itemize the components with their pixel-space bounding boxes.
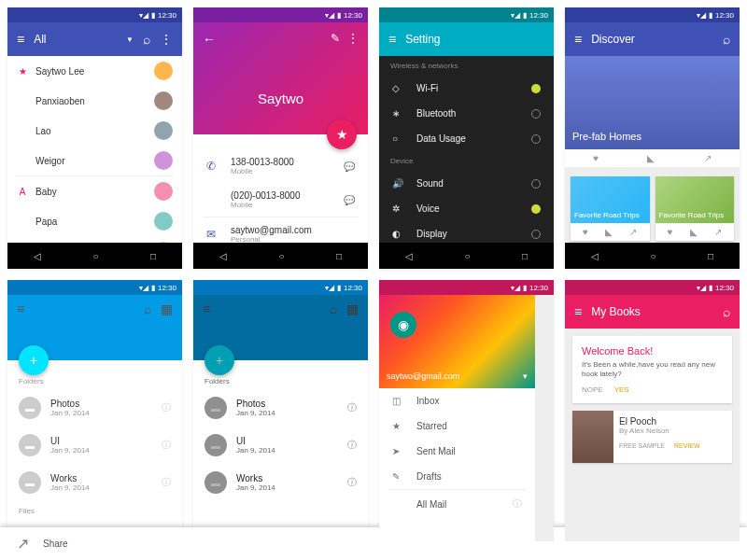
sent-row[interactable]: ➤Sent Mail: [379, 439, 535, 464]
wifi-row[interactable]: ◇Wi-Fi: [379, 76, 554, 101]
signal-icon: ▾◢: [325, 11, 334, 20]
info-icon[interactable]: ⓘ: [162, 439, 171, 452]
recent-icon[interactable]: □: [522, 251, 528, 261]
navbar: ◁○□: [7, 243, 182, 269]
starred-row[interactable]: ★Starred: [379, 413, 535, 439]
heart-icon[interactable]: ♥: [583, 227, 588, 237]
folder-row[interactable]: ▬UIJan 9, 2014ⓘ: [7, 427, 182, 464]
card[interactable]: Favorite Road Trips♥◣↗: [655, 176, 735, 241]
allmail-row[interactable]: All Mailⓘ: [379, 490, 535, 518]
recent-icon[interactable]: □: [708, 251, 713, 261]
toggle[interactable]: [531, 204, 541, 214]
card[interactable]: Favorite Road Trips♥◣↗: [571, 176, 650, 241]
message-icon[interactable]: 💬: [344, 161, 355, 172]
message-icon[interactable]: 💬: [344, 195, 355, 205]
drawer-header[interactable]: ◉ saytwo@gmail.com ▾: [379, 295, 535, 388]
back-icon[interactable]: ◁: [405, 251, 413, 261]
inbox-row[interactable]: ◫Inbox: [379, 388, 535, 413]
display-row[interactable]: ◐Display: [379, 221, 554, 243]
back-icon[interactable]: ◁: [34, 251, 41, 261]
clock: 12:30: [158, 11, 176, 20]
more-icon[interactable]: ⋮: [347, 32, 359, 45]
back-icon[interactable]: ◁: [591, 251, 599, 261]
bookmark-icon[interactable]: ◣: [647, 153, 655, 163]
avatar[interactable]: [154, 62, 173, 80]
voice-row[interactable]: ✲Voice: [379, 196, 554, 221]
hero-card[interactable]: Pre-fab Homes: [565, 56, 740, 149]
expand-icon[interactable]: ▾: [523, 371, 528, 381]
drafts-row[interactable]: ✎Drafts: [379, 464, 535, 489]
toggle[interactable]: [531, 84, 541, 93]
home-icon[interactable]: ○: [650, 251, 655, 261]
recent-icon[interactable]: □: [150, 251, 156, 261]
avatar[interactable]: [154, 121, 173, 140]
bookmark-icon[interactable]: ◣: [605, 227, 613, 237]
avatar[interactable]: [154, 182, 173, 201]
home-icon[interactable]: ○: [464, 251, 470, 261]
heart-icon[interactable]: ♥: [668, 227, 673, 237]
recent-icon[interactable]: □: [336, 251, 342, 261]
contact-row[interactable]: Weigor: [7, 146, 182, 175]
home-icon[interactable]: ○: [92, 251, 98, 261]
menu-icon[interactable]: ≡: [574, 32, 582, 47]
info-icon[interactable]: ⓘ: [513, 497, 522, 511]
email-row[interactable]: ✉saytwo@gmail.comPersonal: [193, 217, 368, 243]
contact-row[interactable]: Coco Zi: [7, 236, 182, 243]
bookmark-icon[interactable]: ◣: [690, 227, 698, 237]
home-icon[interactable]: ○: [278, 251, 284, 261]
contact-row[interactable]: Panxiaoben: [7, 86, 182, 116]
avatar[interactable]: [154, 212, 173, 231]
toggle[interactable]: [531, 134, 541, 144]
folder-row[interactable]: ▬PhotosJan 9, 2014ⓘ: [7, 389, 182, 427]
heart-icon[interactable]: ♥: [593, 153, 599, 163]
share-row[interactable]: ↗Share: [193, 527, 368, 541]
data-row[interactable]: ○Data Usage: [379, 126, 554, 151]
toggle[interactable]: [531, 109, 541, 119]
wireless-header: Wireless & networks: [379, 56, 554, 76]
share-icon[interactable]: ↗: [629, 227, 637, 237]
info-icon[interactable]: ⓘ: [162, 401, 171, 414]
yes-button[interactable]: YES: [614, 385, 629, 394]
nope-button[interactable]: NOPE: [582, 385, 603, 394]
folder-row[interactable]: ▬WorksJan 9, 2014ⓘ: [7, 464, 182, 501]
menu-icon[interactable]: ≡: [574, 304, 582, 319]
contact-row[interactable]: ★Saytwo Lee: [7, 56, 182, 86]
back-icon[interactable]: ◁: [219, 251, 227, 261]
back-icon[interactable]: ←: [203, 32, 216, 47]
more-icon[interactable]: ⋮: [160, 32, 173, 47]
toggle[interactable]: [531, 230, 541, 239]
search-icon[interactable]: ⌕: [144, 301, 151, 316]
signal-icon: ▾◢: [697, 11, 706, 20]
contact-row[interactable]: Lao: [7, 116, 182, 146]
search-icon[interactable]: ⌕: [143, 32, 150, 47]
avatar[interactable]: [154, 242, 173, 243]
review-button[interactable]: REVIEW: [674, 442, 700, 449]
dimmed-bg[interactable]: ≡ ⌕ ▦ + Folders ▬PhotosJan 9, 2014ⓘ ▬UIJ…: [193, 295, 368, 541]
phone-row[interactable]: (020)-0013-8000Mobile💬: [193, 183, 368, 217]
sample-button[interactable]: FREE SAMPLE: [619, 442, 665, 449]
peek-bg[interactable]: [535, 295, 554, 541]
phone-row[interactable]: ✆138-0013-8000Mobile💬: [193, 149, 368, 183]
grid-icon[interactable]: ▦: [161, 301, 173, 316]
avatar[interactable]: [154, 151, 173, 170]
toggle[interactable]: [531, 179, 541, 189]
contact-row[interactable]: ABaby: [7, 176, 182, 206]
book-item[interactable]: El Pooch By Alex Nelson FREE SAMPLEREVIE…: [572, 411, 732, 463]
search-icon[interactable]: ⌕: [723, 32, 730, 47]
menu-icon[interactable]: ≡: [388, 32, 396, 47]
menu-icon[interactable]: ≡: [17, 32, 24, 47]
dropdown-icon[interactable]: ▼: [126, 35, 134, 44]
info-icon[interactable]: ⓘ: [162, 476, 171, 489]
bluetooth-row[interactable]: ∗Bluetooth: [379, 101, 554, 126]
avatar[interactable]: [154, 91, 173, 110]
edit-icon[interactable]: ✎: [331, 32, 340, 45]
contact-row[interactable]: Papa: [7, 206, 182, 236]
menu-icon[interactable]: ≡: [17, 301, 24, 316]
sound-row[interactable]: 🔊Sound: [379, 171, 554, 196]
title[interactable]: All: [34, 33, 122, 46]
folder-icon: ▬: [19, 471, 41, 494]
search-icon[interactable]: ⌕: [723, 304, 730, 319]
share-icon[interactable]: ↗: [714, 227, 722, 237]
avatar[interactable]: ◉: [390, 312, 416, 338]
share-icon[interactable]: ↗: [704, 153, 712, 163]
